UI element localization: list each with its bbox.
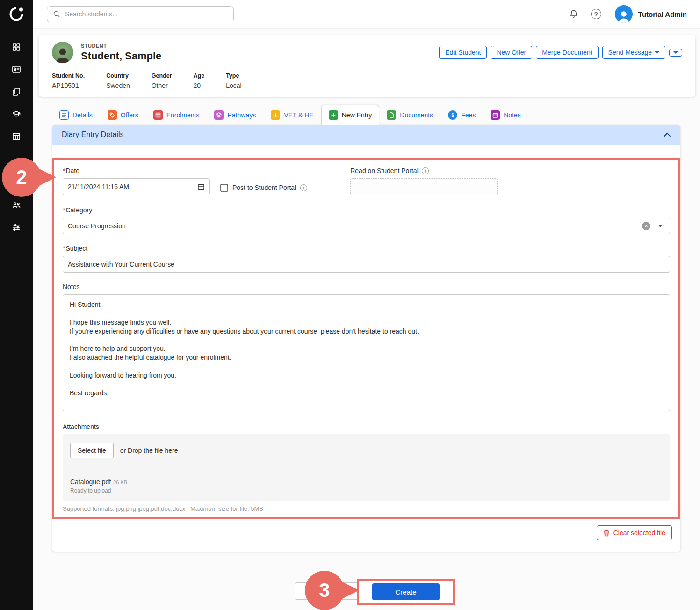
attached-file: Catalogue.pdf26 KB Ready to upload (70, 478, 663, 494)
svg-text:$: $ (451, 113, 454, 118)
help-icon[interactable]: ? (588, 6, 605, 22)
sidebar-agents-icon[interactable] (0, 194, 33, 216)
details-icon (59, 110, 69, 120)
formats-hint: Supported formats: jpg,png,jpeg,pdf,doc,… (63, 505, 670, 512)
sidebar-dashboard-icon[interactable] (0, 36, 33, 58)
info-age: Age 20 (194, 73, 205, 89)
fees-icon: $ (448, 110, 457, 120)
date-input-wrap (63, 178, 210, 195)
sidebar-courses-icon[interactable] (0, 103, 33, 125)
info-icon[interactable]: i (422, 167, 429, 174)
student-search[interactable] (47, 6, 234, 22)
select-file-button[interactable]: Select file (70, 443, 114, 458)
tab-enrolments[interactable]: Enrolments (146, 105, 207, 125)
logo-icon (8, 6, 25, 22)
file-dropzone[interactable]: Select file or Drop the file here Catalo… (63, 434, 670, 501)
info-country: Country Sweden (106, 73, 130, 89)
info-student-no: Student No. AP10501 (52, 73, 85, 89)
diary-entry-panel: Diary Entry Details *Date Post to Studen (52, 125, 680, 552)
info-type: Type Local (226, 73, 241, 89)
student-info-row: Student No. AP10501 Country Sweden Gende… (52, 73, 682, 89)
edit-student-button[interactable]: Edit Student (439, 46, 487, 59)
date-label: *Date (63, 167, 210, 174)
category-label: *Category (63, 206, 670, 214)
tab-new-entry[interactable]: New Entry (321, 105, 380, 125)
panel-title: Diary Entry Details (62, 131, 123, 139)
file-name: Catalogue.pdf (70, 478, 111, 486)
read-on-portal-label: Read on Student Portal (350, 167, 419, 174)
student-avatar[interactable] (52, 42, 73, 63)
sidebar (0, 0, 33, 610)
student-header-card: STUDENT Student, Sample Edit Student New… (39, 35, 695, 97)
chevron-down-icon (655, 51, 659, 54)
date-input[interactable] (68, 183, 197, 190)
subject-label: *Subject (63, 245, 670, 252)
offers-icon (108, 110, 117, 120)
chevron-up-icon[interactable] (664, 132, 671, 137)
student-kind-label: STUDENT (81, 43, 161, 49)
search-icon (53, 10, 60, 18)
attachments-label: Attachments (63, 423, 670, 430)
subject-input-wrap (63, 256, 670, 273)
user-avatar[interactable] (615, 5, 633, 23)
create-button[interactable]: Create (372, 583, 440, 600)
sidebar-contacts-icon[interactable] (0, 58, 33, 80)
drop-hint: or Drop the file here (120, 447, 178, 454)
tab-offers[interactable]: Offers (100, 105, 146, 125)
file-status: Ready to upload (70, 487, 663, 494)
annotation-arrow (339, 581, 359, 600)
tab-pathways[interactable]: Pathways (207, 105, 263, 125)
annotation-step-2: 2 (2, 158, 41, 197)
annotated-create-area: Create (357, 579, 455, 605)
pathways-icon (214, 110, 224, 120)
vet-he-icon (271, 110, 280, 120)
notes-icon (491, 110, 500, 120)
student-tabbar: Details Offers Enrolments Pathways VET &… (52, 103, 695, 125)
annotated-form-area: *Date Post to Student Portal i Read on S… (52, 158, 680, 519)
chevron-down-icon[interactable] (658, 225, 663, 227)
search-input[interactable] (65, 10, 228, 18)
trash-icon (603, 530, 610, 537)
topbar: ? Tutorial Admin (33, 0, 700, 28)
post-to-portal-label: Post to Student Portal (232, 184, 296, 191)
main-content: STUDENT Student, Sample Edit Student New… (33, 28, 700, 552)
tab-vet-he[interactable]: VET & HE (263, 105, 321, 125)
read-on-portal-value (350, 178, 498, 195)
tab-details[interactable]: Details (52, 105, 100, 125)
diary-panel-header[interactable]: Diary Entry Details (52, 125, 680, 145)
send-message-button[interactable]: Send Message (602, 46, 665, 59)
merge-document-button[interactable]: Merge Document (536, 46, 598, 59)
app-logo[interactable] (0, 0, 33, 28)
notes-textarea[interactable]: Hi Student, I hope this message finds yo… (63, 294, 670, 411)
enrolments-icon (153, 110, 163, 120)
read-on-portal-field: Read on Student Portali (350, 167, 498, 196)
clear-category-icon[interactable]: ✕ (642, 222, 650, 230)
notifications-bell-icon[interactable] (565, 6, 582, 22)
file-size: 26 KB (113, 479, 127, 485)
chevron-down-icon (673, 51, 678, 54)
student-name: Student, Sample (81, 50, 161, 62)
sidebar-board-icon[interactable] (0, 125, 33, 148)
user-name[interactable]: Tutorial Admin (638, 10, 687, 18)
post-to-portal-checkbox[interactable] (220, 184, 228, 192)
sidebar-documents-icon[interactable] (0, 80, 33, 103)
new-entry-icon (329, 110, 338, 120)
sidebar-settings-icon[interactable] (0, 216, 33, 239)
info-gender: Gender Other (152, 73, 172, 89)
post-to-portal-field: Post to Student Portal i (220, 179, 307, 196)
category-select[interactable]: Course Progression (63, 218, 670, 234)
clear-selected-file-button[interactable]: Clear selected file (597, 525, 672, 540)
info-icon[interactable]: i (300, 184, 307, 191)
subject-input[interactable] (68, 261, 665, 268)
more-actions-button[interactable] (669, 49, 682, 57)
notes-label: Notes (63, 283, 670, 290)
new-offer-button[interactable]: New Offer (491, 46, 532, 59)
tab-fees[interactable]: $ Fees (440, 105, 483, 125)
tab-documents[interactable]: Documents (379, 105, 440, 125)
documents-icon (387, 110, 396, 120)
calendar-icon[interactable] (197, 183, 205, 190)
tab-notes[interactable]: Notes (483, 105, 528, 125)
annotation-step-3: 3 (305, 571, 344, 610)
annotation-arrow (36, 167, 56, 187)
